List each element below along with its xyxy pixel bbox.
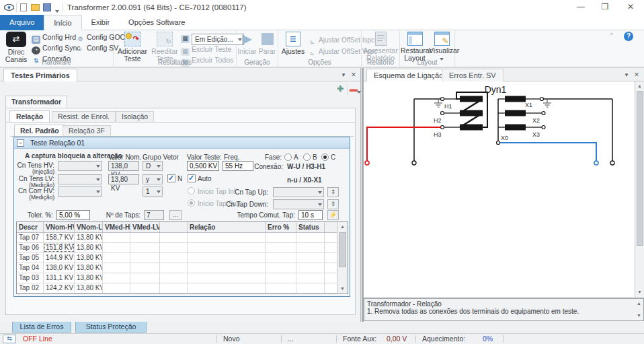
grupo-vetor-hv-combo[interactable]: D (143, 161, 163, 171)
tempo-comut-field[interactable]: 10 s (298, 210, 323, 220)
tab-lista-de-erros[interactable]: Lista de Erros (12, 322, 71, 333)
cell-erro[interactable] (266, 273, 296, 283)
cell-status[interactable] (296, 283, 325, 293)
tab-relacao-3f[interactable]: Relação 3F (63, 125, 111, 136)
cell-vnom-hv-selected[interactable]: 151,8 KV (44, 243, 75, 252)
cell-blank[interactable] (160, 273, 188, 283)
cell-status[interactable] (296, 243, 325, 252)
collapse-test-icon[interactable]: − (17, 139, 24, 147)
cell-vmed-lv[interactable] (130, 263, 160, 273)
cell-blank[interactable] (160, 283, 188, 293)
tab-rel-padrao[interactable]: Rel. Padrão (14, 125, 65, 136)
cell-relacao[interactable] (188, 243, 266, 252)
close-button[interactable]: ✕ (617, 0, 644, 15)
cn-tens-hv-combo[interactable] (58, 161, 102, 171)
panel-menu-icon[interactable]: ▾ (339, 71, 348, 80)
tab-esquema-de-ligacao[interactable]: Esquema de Ligação (366, 69, 450, 81)
valor-teste-field[interactable]: 0,500 KV (187, 161, 219, 171)
ajustes-button[interactable]: ≣ Ajustes (280, 31, 307, 55)
tab-exibir[interactable]: Exibir (82, 15, 120, 30)
cell-relacao[interactable] (188, 273, 266, 283)
grupo-vetor-corr-combo[interactable]: 1 (143, 186, 163, 197)
cell-descr[interactable]: Tap 04 (17, 263, 44, 273)
tap-switch-button[interactable]: ⚡ (327, 210, 339, 220)
tab-erros-entr-sv[interactable]: Erros Entr. SV (442, 69, 504, 81)
cell-blank[interactable] (325, 243, 338, 252)
cell-erro[interactable] (266, 283, 296, 293)
scroll-down-icon[interactable]: ▼ (635, 287, 644, 297)
cell-vmed-lv[interactable] (130, 283, 160, 293)
cn-tap-up-combo[interactable] (273, 187, 324, 197)
valor-nom-hv-field[interactable]: 138,0 KV (108, 161, 139, 171)
grupo-vetor-lv-combo[interactable]: y (143, 174, 163, 184)
cell-blank[interactable] (160, 253, 188, 263)
cn-corr-hv-combo[interactable] (58, 186, 102, 197)
collapse-ribbon-icon[interactable]: ⌃ (609, 32, 614, 39)
cell-vmed-hv[interactable] (103, 263, 130, 273)
cell-vmed-hv[interactable] (103, 273, 130, 283)
cell-vnom-lv[interactable]: 13,80 KV (75, 263, 103, 273)
cell-vnom-hv[interactable]: 158,7 KV (44, 233, 75, 242)
cell-blank[interactable] (325, 283, 338, 293)
scroll-thumb[interactable] (339, 232, 346, 267)
restaurar-layout-button[interactable]: Restaurar Layout (401, 31, 429, 62)
new-file-icon[interactable] (20, 3, 27, 11)
cell-vnom-hv[interactable]: 131,1 KV (44, 273, 75, 283)
cell-relacao[interactable] (188, 233, 266, 242)
inicio-tap-inf-radio[interactable] (188, 187, 195, 195)
cell-vnom-lv[interactable]: 13,80 KV (75, 233, 103, 242)
cell-vmed-hv[interactable] (103, 233, 130, 242)
open-file-icon[interactable] (31, 4, 40, 11)
red-terminal[interactable] (365, 161, 369, 165)
config-hrd-button[interactable]: ▤Config Hrd (32, 32, 76, 43)
cell-vnom-lv[interactable]: 13,80 KV (75, 243, 103, 252)
cell-vnom-hv[interactable]: 144,9 KV (44, 253, 75, 263)
cell-vnom-lv[interactable]: 13,80 KV (75, 273, 103, 283)
cell-descr[interactable]: Tap 03 (17, 273, 44, 283)
cell-vnom-hv[interactable]: 124,2 KV (44, 283, 75, 293)
cell-vmed-hv[interactable] (103, 243, 130, 252)
cell-descr[interactable]: Tap 05 (17, 253, 44, 263)
config-sv-button[interactable]: ✧Config SV (76, 43, 118, 54)
cell-blank[interactable] (160, 263, 188, 273)
iniciar-button[interactable]: ▶ Iniciar (237, 31, 257, 55)
blue-terminal[interactable] (594, 161, 598, 165)
restore-button[interactable]: ❐ (593, 0, 617, 15)
cell-erro[interactable] (266, 243, 296, 252)
n-checkbox[interactable] (167, 174, 175, 182)
cell-vmed-lv[interactable] (130, 233, 160, 242)
cell-descr[interactable]: Tap 07 (17, 233, 44, 242)
connection-status-icon[interactable]: ⇆ (3, 335, 16, 343)
cell-descr[interactable]: Tap 02 (17, 283, 44, 293)
tab-resist-de-enrol[interactable]: Resist. de Enrol. (52, 111, 116, 122)
qat-dropdown-icon[interactable] (55, 6, 59, 14)
cell-blank[interactable] (160, 243, 188, 252)
toler-field[interactable]: 5,00 % (56, 210, 90, 220)
add-test-plus-icon[interactable]: ✚ (337, 84, 344, 94)
num-taps-field[interactable]: 7 (144, 210, 164, 220)
cell-status[interactable] (296, 253, 325, 263)
inicio-tap-sup-radio[interactable] (188, 199, 195, 207)
fase-b-radio[interactable] (303, 153, 311, 161)
scroll-up-icon[interactable]: ▲ (337, 222, 348, 232)
remove-dropdown-icon[interactable] (357, 87, 361, 95)
apresentar-relatorio-button[interactable]: Apresentar Relatório (363, 31, 398, 62)
scroll-down-icon[interactable]: ▼ (635, 311, 643, 320)
cell-relacao[interactable] (188, 253, 266, 263)
cell-blank[interactable] (325, 253, 338, 263)
save-icon[interactable] (43, 3, 51, 11)
valor-nom-lv-field[interactable]: 13,80 KV (108, 174, 139, 184)
excluir-teste-button[interactable]: ▦Excluir Teste (181, 44, 231, 55)
cell-descr[interactable]: Tap 06 (17, 243, 44, 252)
cell-erro[interactable] (266, 233, 296, 242)
cell-blank[interactable] (160, 233, 188, 242)
cn-tap-down-combo[interactable] (273, 199, 324, 209)
config-sync-button[interactable]: ◔Config Sync (32, 43, 81, 54)
panel-close-icon[interactable]: ✕ (632, 71, 641, 80)
help-icon[interactable]: ? (624, 32, 633, 41)
cell-vnom-lv[interactable]: 13,80 KV (75, 253, 103, 263)
cell-vnom-hv[interactable]: 138,0 KV (44, 263, 75, 273)
auto-checkbox[interactable] (188, 174, 196, 182)
adicionar-teste-button[interactable]: ↷ Adicionar Teste (116, 31, 149, 63)
fase-a-radio[interactable] (284, 153, 292, 161)
